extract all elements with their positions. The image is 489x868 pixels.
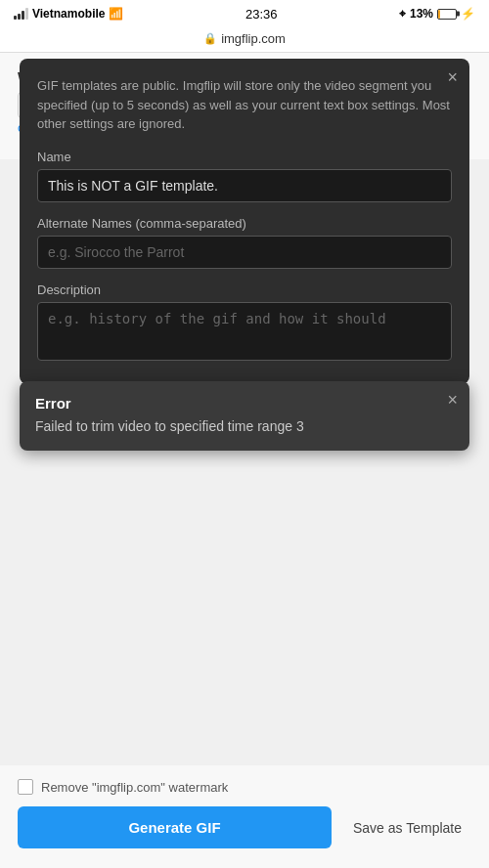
carrier-label: Vietnamobile [32, 7, 105, 21]
dialog-info-text: GIF templates are public. Imgflip will s… [37, 76, 452, 134]
location-icon: ⌖ [399, 7, 406, 21]
action-row: Generate GIF Save as Template [18, 806, 471, 848]
status-left: Vietnamobile 📶 [14, 7, 123, 21]
error-toast: × Error Failed to trim video to specifie… [20, 381, 469, 451]
name-input[interactable] [37, 169, 452, 202]
dialog-close-button[interactable]: × [447, 68, 458, 86]
lock-icon: 🔒 [203, 32, 217, 45]
name-label: Name [37, 150, 452, 164]
url-text: imgflip.com [221, 31, 286, 46]
battery-icon [437, 9, 457, 20]
error-close-button[interactable]: × [447, 391, 458, 409]
save-template-button[interactable]: Save as Template [343, 807, 471, 848]
signal-icon [14, 8, 28, 20]
description-label: Description [37, 282, 452, 297]
alt-names-label: Alternate Names (comma-separated) [37, 216, 452, 231]
error-message: Failed to trim video to specified time r… [35, 417, 454, 437]
url-bar[interactable]: 🔒 imgflip.com [0, 27, 489, 53]
watermark-checkbox[interactable] [18, 779, 33, 795]
battery-percent: 13% [410, 7, 433, 21]
alt-names-input[interactable] [37, 236, 452, 269]
description-input[interactable] [37, 302, 452, 361]
error-title: Error [35, 395, 454, 412]
watermark-label: Remove "imgflip.com" watermark [41, 780, 228, 795]
template-dialog: × GIF templates are public. Imgflip will… [20, 59, 469, 384]
status-bar: Vietnamobile 📶 23:36 ⌖ 13% ⚡ [0, 0, 489, 27]
status-right: ⌖ 13% ⚡ [399, 7, 475, 21]
status-time: 23:36 [245, 7, 278, 22]
charging-icon: ⚡ [461, 7, 475, 21]
generate-gif-button[interactable]: Generate GIF [18, 806, 332, 848]
watermark-row: Remove "imgflip.com" watermark [18, 779, 471, 795]
bottom-area: Remove "imgflip.com" watermark Generate … [0, 765, 489, 868]
wifi-icon: 📶 [109, 7, 123, 21]
